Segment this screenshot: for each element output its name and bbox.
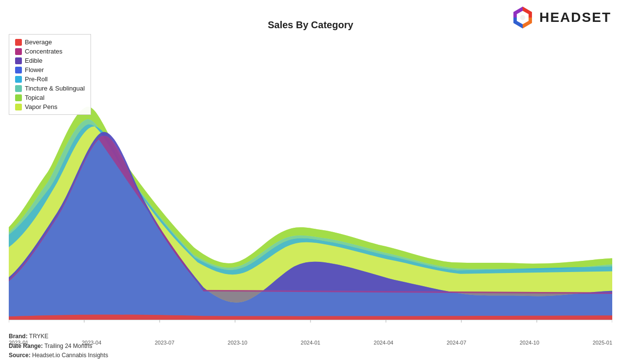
legend-item-concentrates: Concentrates [15, 48, 85, 55]
legend-item-edible: Edible [15, 57, 85, 64]
legend-label-vaporpens: Vapor Pens [25, 103, 57, 110]
legend-swatch-flower [15, 67, 22, 73]
x-label-2: 2023-07 [155, 340, 174, 346]
legend-label-topical: Topical [25, 94, 44, 101]
x-label-6: 2024-07 [447, 340, 466, 346]
legend-swatch-edible [15, 57, 22, 64]
legend-item-tincture: Tincture & Sublingual [15, 85, 85, 92]
footer-info: Brand: TRYKE Date Range: Trailing 24 Mon… [9, 332, 108, 360]
legend-item-preroll: Pre-Roll [15, 75, 85, 83]
legend-swatch-preroll [15, 76, 22, 83]
x-label-3: 2023-10 [228, 340, 247, 346]
legend-item-topical: Topical [15, 94, 85, 101]
brand-value: TRYKE [29, 333, 49, 340]
legend-swatch-beverage [15, 39, 22, 46]
chart-title: Sales By Category [0, 19, 621, 31]
legend-swatch-topical [15, 94, 22, 101]
legend-item-flower: Flower [15, 66, 85, 73]
x-label-7: 2024-10 [520, 340, 539, 346]
x-label-8: 2025-01 [593, 340, 612, 346]
legend-label-beverage: Beverage [25, 38, 52, 46]
date-range-label: Date Range: [9, 343, 43, 349]
brand-label: Brand: [9, 333, 28, 340]
chart-area [9, 32, 612, 328]
legend-label-tincture: Tincture & Sublingual [25, 85, 85, 92]
legend-label-preroll: Pre-Roll [25, 75, 48, 83]
legend-swatch-tincture [15, 85, 22, 92]
legend-label-concentrates: Concentrates [25, 48, 62, 55]
date-range-value: Trailing 24 Months [44, 343, 92, 349]
legend-swatch-concentrates [15, 48, 22, 55]
legend-label-flower: Flower [25, 66, 44, 73]
legend-swatch-vaporpens [15, 104, 22, 110]
legend-item-beverage: Beverage [15, 38, 85, 46]
legend-box: Beverage Concentrates Edible Flower Pre-… [9, 34, 91, 115]
page-container: HEADSET Sales By Category Beverage Conce… [0, 0, 621, 364]
x-label-5: 2024-04 [374, 340, 393, 346]
chart-svg [9, 32, 612, 328]
x-label-4: 2024-01 [301, 340, 320, 346]
source-value: Headset.io Cannabis Insights [32, 352, 108, 359]
legend-label-edible: Edible [25, 57, 42, 64]
source-label: Source: [9, 352, 31, 359]
legend-item-vaporpens: Vapor Pens [15, 103, 85, 110]
